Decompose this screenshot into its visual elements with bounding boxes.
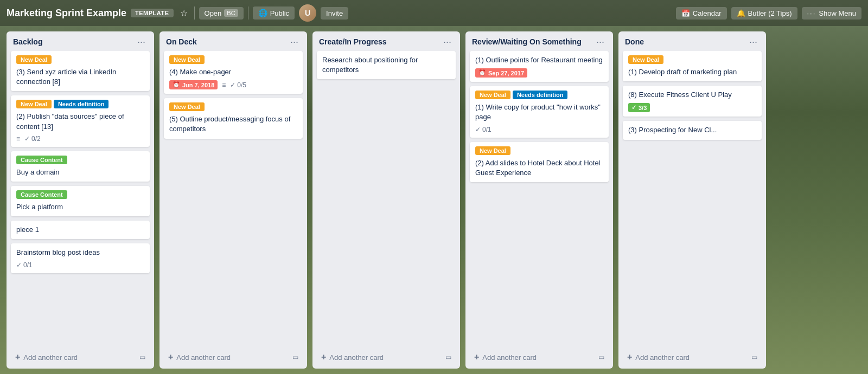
add-card-label: Add another card (482, 353, 537, 362)
add-card-button[interactable]: + Add another card ▭ (470, 349, 609, 365)
show-menu-button[interactable]: ··· Show Menu (802, 7, 862, 20)
card[interactable]: New DealNeeds definition(1) Write copy f… (470, 86, 609, 137)
card-labels: New Deal (475, 146, 603, 155)
card-title: Buy a domain (16, 167, 144, 177)
card-template-icon[interactable]: ▭ (292, 353, 298, 361)
calendar-label: Calendar (693, 9, 722, 17)
calendar-button[interactable]: 📅 Calendar (676, 7, 727, 20)
card[interactable]: (1) Outline points for Restaurant meetin… (470, 51, 609, 82)
card-label: Cause Content (16, 190, 67, 199)
avatar[interactable]: U (299, 4, 316, 22)
menu-label: Show Menu (819, 9, 856, 17)
card-template-icon[interactable]: ▭ (598, 353, 604, 361)
add-card-button[interactable]: + Add another card ▭ (623, 349, 762, 365)
card-label: Needs definition (513, 91, 568, 99)
card-label: New Deal (628, 55, 663, 64)
card-template-icon[interactable]: ▭ (445, 353, 451, 361)
card-title: (1) Develop draft of marketing plan (628, 67, 756, 77)
card-checklist: ✓0/1 (475, 126, 492, 133)
card-labels: Cause Content (16, 190, 144, 199)
card[interactable]: (3) Prospecting for New Cl... (623, 121, 762, 139)
card-label: New Deal (169, 102, 205, 111)
list-review-waiting: Review/Waiting On Something ··· (1) Outl… (465, 31, 613, 369)
public-label: Public (270, 9, 289, 17)
add-card-label: Add another card (23, 353, 78, 362)
plus-icon: + (15, 352, 20, 362)
plus-icon: + (168, 352, 173, 362)
card[interactable]: New DealNeeds definition(2) Publish "dat… (11, 95, 150, 146)
divider-2 (248, 7, 248, 20)
card[interactable]: piece 1 (11, 221, 150, 239)
card-title: (4) Make one-pager (169, 67, 297, 77)
card-labels: New Deal (16, 55, 144, 64)
invite-button[interactable]: Invite (321, 7, 348, 20)
list-menu-button[interactable]: ··· (747, 37, 760, 47)
check-icon: ✓ (230, 81, 235, 89)
check-icon: ✓ (631, 104, 636, 111)
card-title: (2) Publish "data sources" piece of cont… (16, 112, 144, 131)
list-menu-button[interactable]: ··· (594, 37, 607, 47)
card[interactable]: New Deal(3) Send xyz article via LinkedI… (11, 51, 150, 91)
list-header: On Deck ··· (159, 31, 307, 51)
list-footer: + Add another card ▭ (618, 346, 766, 369)
list-menu-button[interactable]: ··· (441, 37, 454, 47)
open-button[interactable]: Open BC (199, 7, 244, 20)
card-labels: New Deal (628, 55, 756, 64)
card[interactable]: New Deal(5) Outline product/messaging fo… (164, 98, 303, 138)
card[interactable]: Cause ContentPick a platform (11, 186, 150, 216)
card[interactable]: New Deal(4) Make one-pager⏰Jun 7, 2018≡✓… (164, 51, 303, 94)
butler-button[interactable]: 🔔 Butler (2 Tips) (731, 7, 797, 20)
card-label: New Deal (475, 146, 510, 155)
card-title: Brainstorm blog post ideas (16, 248, 144, 257)
butler-icon: 🔔 (737, 9, 745, 17)
card-template-icon[interactable]: ▭ (139, 353, 145, 361)
divider-1 (194, 7, 195, 20)
card-meta: ✓3/3 (628, 103, 756, 112)
add-card-button[interactable]: + Add another card ▭ (11, 349, 150, 365)
star-icon[interactable]: ☆ (178, 6, 190, 21)
list-menu-button[interactable]: ··· (135, 37, 148, 47)
card-labels: New DealNeeds definition (16, 100, 144, 108)
list-header: Review/Waiting On Something ··· (465, 31, 613, 51)
plus-icon: + (474, 352, 479, 362)
card-label: Needs definition (54, 100, 109, 108)
dots-icon: ··· (807, 9, 816, 17)
card[interactable]: Research about positioning for competito… (317, 51, 456, 79)
card[interactable]: Brainstorm blog post ideas✓0/1 (11, 243, 150, 273)
butler-label: Butler (2 Tips) (748, 9, 792, 17)
card[interactable]: New Deal(1) Develop draft of marketing p… (623, 51, 762, 81)
card[interactable]: (8) Execute Fitness Client U Play✓3/3 (623, 86, 762, 117)
add-card-label: Add another card (176, 353, 231, 362)
add-card-button[interactable]: + Add another card ▭ (317, 349, 456, 365)
list-body: (1) Outline points for Restaurant meetin… (465, 51, 613, 346)
header: Marketing Sprint Example TEMPLATE ☆ Open… (0, 0, 868, 26)
board-title: Marketing Sprint Example (7, 8, 126, 19)
card-template-icon[interactable]: ▭ (751, 353, 757, 361)
list-title: Review/Waiting On Something (472, 37, 582, 46)
list-footer: + Add another card ▭ (159, 346, 307, 369)
clock-icon: ⏰ (478, 69, 486, 76)
list-header: Done ··· (618, 31, 766, 51)
check-icon: ✓ (24, 135, 30, 143)
check-icon: ✓ (16, 261, 22, 269)
card-title: piece 1 (16, 225, 144, 235)
card-title: (3) Send xyz article via LinkedIn connec… (16, 67, 144, 87)
add-card-label: Add another card (635, 353, 690, 362)
list-header: Create/In Progress ··· (312, 31, 460, 51)
card-due-date: ⏰Sep 27, 2017 (475, 68, 527, 78)
card-label: Cause Content (16, 156, 67, 164)
globe-icon: 🌐 (258, 9, 267, 17)
list-menu-button[interactable]: ··· (288, 37, 301, 47)
add-card-button[interactable]: + Add another card ▭ (164, 349, 303, 365)
card-title: Pick a platform (16, 202, 144, 212)
card-description-icon: ≡ (222, 81, 226, 89)
list-backlog: Backlog ··· New Deal(3) Send xyz article… (7, 31, 154, 369)
public-button[interactable]: 🌐 Public (253, 7, 295, 20)
card[interactable]: New Deal(2) Add slides to Hotel Deck abo… (470, 142, 609, 182)
open-label: Open (205, 9, 222, 17)
board: Backlog ··· New Deal(3) Send xyz article… (0, 26, 868, 374)
card-label: New Deal (169, 55, 205, 64)
list-body: Research about positioning for competito… (312, 51, 460, 346)
card-title: Research about positioning for competito… (322, 55, 450, 75)
card[interactable]: Cause ContentBuy a domain (11, 151, 150, 182)
